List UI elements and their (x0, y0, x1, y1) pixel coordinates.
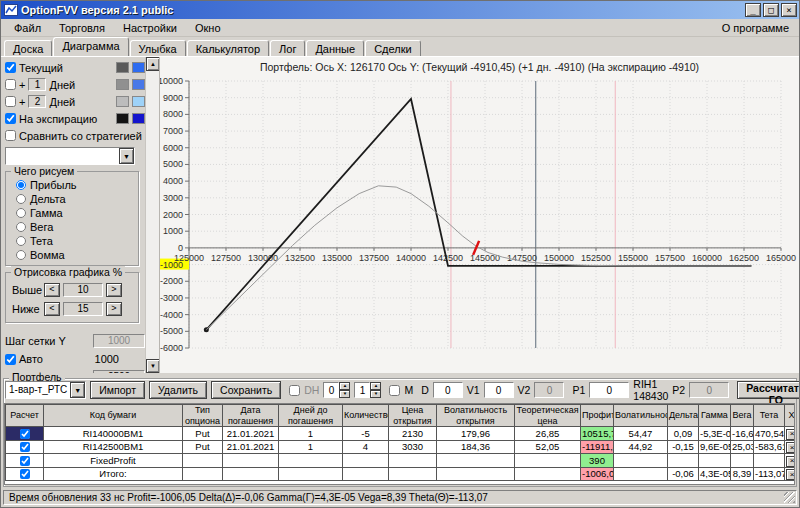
plus1-days-input[interactable]: 1 (28, 78, 46, 91)
table-cell[interactable] (614, 467, 668, 481)
calc-cell[interactable] (6, 467, 44, 481)
table-cell[interactable]: 25,03 (731, 440, 754, 454)
strategy-combobox[interactable]: ▼ (5, 147, 135, 165)
profit-cell[interactable]: 390 (581, 454, 614, 468)
plus2-color2-swatch[interactable] (132, 96, 145, 107)
radio-theta[interactable]: Тета (16, 234, 134, 248)
plus2-checkbox[interactable] (5, 96, 16, 107)
p2-input[interactable] (689, 382, 729, 398)
menu-file[interactable]: Файл (5, 21, 50, 35)
table-cell[interactable] (279, 454, 343, 468)
column-header[interactable]: Дней допогашения (279, 405, 343, 427)
chart-svg[interactable]: 1000090008000700060005000400030002000100… (160, 75, 799, 373)
row-calc-checkbox[interactable] (20, 429, 30, 439)
tab-deals[interactable]: Сделки (365, 40, 421, 56)
column-header[interactable]: Количество (343, 405, 389, 427)
table-cell[interactable]: 3030 (389, 440, 437, 454)
table-cell[interactable]: 26,85 (515, 427, 581, 441)
table-cell[interactable]: Put (183, 440, 223, 454)
spinner1-up-icon[interactable]: ▲ (339, 382, 350, 390)
table-cell[interactable]: FixedProfit (44, 454, 183, 468)
settings-scrollbar[interactable]: ▲ ▼ (145, 57, 159, 373)
scroll-down-icon[interactable]: ▼ (146, 359, 160, 373)
radio-vomma[interactable]: Вомма (16, 248, 134, 262)
table-cell[interactable]: 44,92 (614, 440, 668, 454)
save-button[interactable]: Сохранить (211, 381, 281, 399)
plus2-days-input[interactable]: 2 (28, 95, 46, 108)
profit-cell[interactable]: -11911,8 (581, 440, 614, 454)
table-cell[interactable]: -0,06 (668, 467, 699, 481)
tab-calculator[interactable]: Калькулятор (187, 40, 269, 56)
calculate-go-button[interactable]: Рассчитать ГО (737, 381, 800, 399)
radio-theta-input[interactable] (16, 236, 26, 246)
spinner1-down-icon[interactable]: ▼ (339, 390, 350, 398)
maximize-button[interactable]: □ (763, 3, 779, 17)
table-cell[interactable] (699, 454, 731, 468)
table-cell[interactable] (437, 454, 515, 468)
table-cell[interactable] (343, 467, 389, 481)
radio-profit-input[interactable] (16, 180, 26, 190)
expiry-color1-swatch[interactable] (116, 113, 129, 124)
tab-data[interactable]: Данные (306, 40, 364, 56)
row-calc-checkbox[interactable] (20, 456, 30, 466)
calc-cell[interactable] (6, 440, 44, 454)
table-cell[interactable]: RI142500BM1 (44, 440, 183, 454)
column-header[interactable]: Расчет (6, 405, 44, 427)
radio-vomma-input[interactable] (16, 250, 26, 260)
column-header[interactable]: Профит (581, 405, 614, 427)
chevron-down-icon[interactable]: ▼ (119, 148, 134, 164)
plus1-checkbox[interactable] (5, 79, 16, 90)
radio-delta[interactable]: Дельта (16, 192, 134, 206)
table-cell[interactable]: 52,05 (515, 440, 581, 454)
table-cell[interactable]: 54,47 (614, 427, 668, 441)
column-header[interactable]: Вега (731, 405, 754, 427)
plus2-color1-swatch[interactable] (116, 96, 129, 107)
preset-combobox[interactable]: 1-вар-т_РТС ▼ (5, 381, 86, 399)
table-cell[interactable] (731, 454, 754, 468)
v1-input[interactable] (484, 382, 514, 398)
table-cell[interactable]: 2130 (389, 427, 437, 441)
spinner1-input[interactable] (323, 382, 339, 398)
column-header[interactable]: Волатильность (614, 405, 668, 427)
column-header[interactable]: Теоретическаяцена (515, 405, 581, 427)
table-cell[interactable]: 1 (279, 440, 343, 454)
current-color2-swatch[interactable] (132, 62, 145, 73)
spinner2-up-icon[interactable]: ▲ (370, 382, 381, 390)
scroll-up-icon[interactable]: ▲ (146, 57, 160, 71)
table-cell[interactable]: -5 (343, 427, 389, 441)
table-cell[interactable] (389, 467, 437, 481)
delete-button[interactable]: Удалить (149, 381, 207, 399)
table-cell[interactable]: 21.01.2021 (223, 440, 279, 454)
column-header[interactable]: Тета (754, 405, 785, 427)
grid-step-y-input[interactable]: 1000 (93, 334, 145, 348)
table-cell[interactable]: 4 (343, 440, 389, 454)
expiry-color2-swatch[interactable] (132, 113, 145, 124)
plus1-color2-swatch[interactable] (132, 79, 145, 90)
menu-window[interactable]: Окно (186, 21, 230, 35)
chevron-down-icon[interactable]: ▼ (70, 382, 85, 398)
radio-vega[interactable]: Вега (16, 220, 134, 234)
table-cell[interactable]: 9,6E-05 (699, 440, 731, 454)
table-cell[interactable]: 4,3E-05 (699, 467, 731, 481)
menu-settings[interactable]: Настройки (114, 21, 186, 35)
current-checkbox[interactable] (5, 62, 16, 73)
column-header[interactable]: Ценаоткрытия (389, 405, 437, 427)
row-delete-button[interactable]: × (786, 469, 795, 480)
auto-checkbox[interactable] (5, 354, 16, 365)
row-delete-button[interactable]: × (786, 429, 795, 440)
table-cell[interactable] (279, 467, 343, 481)
table-cell[interactable]: 0,09 (668, 427, 699, 441)
table-cell[interactable]: -583,61 (754, 440, 785, 454)
row-delete-button[interactable]: × (786, 456, 795, 467)
table-cell[interactable] (754, 454, 785, 468)
table-cell[interactable]: 470,54 (754, 427, 785, 441)
table-cell[interactable] (668, 454, 699, 468)
menu-about[interactable]: О программе (716, 21, 795, 35)
above-decrease-button[interactable]: < (44, 283, 60, 297)
table-cell[interactable] (389, 454, 437, 468)
m-checkbox[interactable] (389, 385, 400, 396)
plus1-color1-swatch[interactable] (116, 79, 129, 90)
row-calc-checkbox[interactable] (20, 469, 30, 479)
table-cell[interactable]: 1 (279, 427, 343, 441)
below-increase-button[interactable]: > (106, 302, 122, 316)
